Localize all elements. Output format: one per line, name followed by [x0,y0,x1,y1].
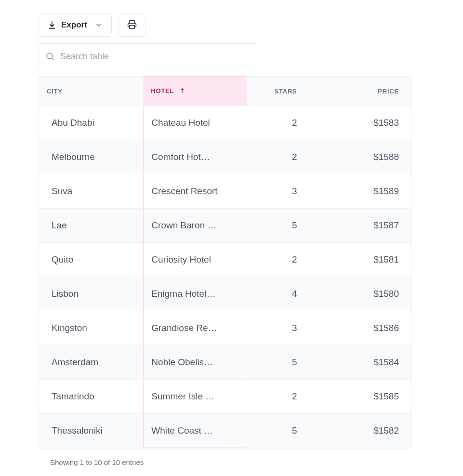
column-label: Stars [275,88,297,95]
sort-ascending-icon [180,88,185,95]
cell-price: $1583 [305,106,411,140]
cell-price: $1581 [305,243,411,277]
cell-price: $1589 [305,174,411,209]
cell-city: Tamarindo [39,380,143,414]
cell-price: $1582 [305,414,411,448]
cell-city: Abu Dhabi [39,106,143,140]
cell-stars: 2 [247,380,305,414]
column-header-hotel[interactable]: Hotel [143,76,247,106]
printer-icon [127,20,137,31]
cell-hotel: Crescent Resort [143,174,247,209]
table-row: Abu DhabiChateau Hotel2$1583 [39,106,411,140]
cell-hotel: Comfort Hot… [143,140,247,174]
cell-hotel: Noble Obelis… [143,345,247,380]
column-label: Hotel [151,87,174,94]
cell-stars: 2 [247,140,305,174]
cell-city: Lae [39,209,143,243]
chevron-down-icon [95,21,103,29]
cell-price: $1585 [305,380,411,414]
pagination-info: Showing 1 to 10 of 10 entries [39,458,424,466]
cell-hotel: Grandiose Re… [143,311,247,345]
cell-price: $1588 [305,140,411,174]
cell-price: $1584 [305,345,411,380]
search-input[interactable] [39,43,257,69]
table-row: QuitoCuriosity Hotel2$1581 [39,243,411,277]
cell-city: Thessaloniki [39,414,143,448]
cell-stars: 3 [247,311,305,345]
print-button[interactable] [119,13,146,37]
export-button[interactable]: Export [39,13,112,37]
table-row: SuvaCrescent Resort3$1589 [39,174,411,209]
cell-stars: 3 [247,174,305,209]
cell-stars: 2 [247,106,305,140]
column-header-stars[interactable]: Stars [247,76,305,106]
table-row: MelbourneComfort Hot…2$1588 [39,140,411,174]
cell-price: $1586 [305,311,411,345]
cell-city: Quito [39,243,143,277]
cell-city: Kingston [39,311,143,345]
cell-city: Lisbon [39,277,143,311]
download-icon [48,21,56,29]
table-row: KingstonGrandiose Re…3$1586 [39,311,411,345]
column-label: City [47,88,63,95]
cell-hotel: Summer Isle … [143,380,247,414]
cell-stars: 5 [247,209,305,243]
cell-hotel: Crown Baron … [143,209,247,243]
search-container [39,43,257,69]
cell-city: Amsterdam [39,345,143,380]
toolbar: Export [39,13,424,37]
export-label: Export [61,20,87,30]
svg-rect-0 [130,25,134,28]
cell-stars: 2 [247,243,305,277]
cell-city: Suva [39,174,143,209]
cell-stars: 5 [247,414,305,448]
table-row: LisbonEnigma Hotel…4$1580 [39,277,411,311]
column-label: Price [378,88,399,95]
table-row: TamarindoSummer Isle …2$1585 [39,380,411,414]
cell-hotel: Curiosity Hotel [143,243,247,277]
data-table: City Hotel Stars Price Abu DhabiChateau … [39,76,412,449]
cell-stars: 5 [247,345,305,380]
cell-price: $1580 [305,277,411,311]
cell-hotel: White Coast … [143,414,247,448]
cell-city: Melbourne [39,140,143,174]
table-row: LaeCrown Baron …5$1587 [39,209,411,243]
cell-hotel: Enigma Hotel… [143,277,247,311]
cell-hotel: Chateau Hotel [143,106,247,140]
column-header-price[interactable]: Price [305,76,411,106]
column-header-city[interactable]: City [39,76,143,106]
cell-stars: 4 [247,277,305,311]
cell-price: $1587 [305,209,411,243]
table-row: ThessalonikiWhite Coast …5$1582 [39,414,411,448]
table-row: AmsterdamNoble Obelis…5$1584 [39,345,411,380]
